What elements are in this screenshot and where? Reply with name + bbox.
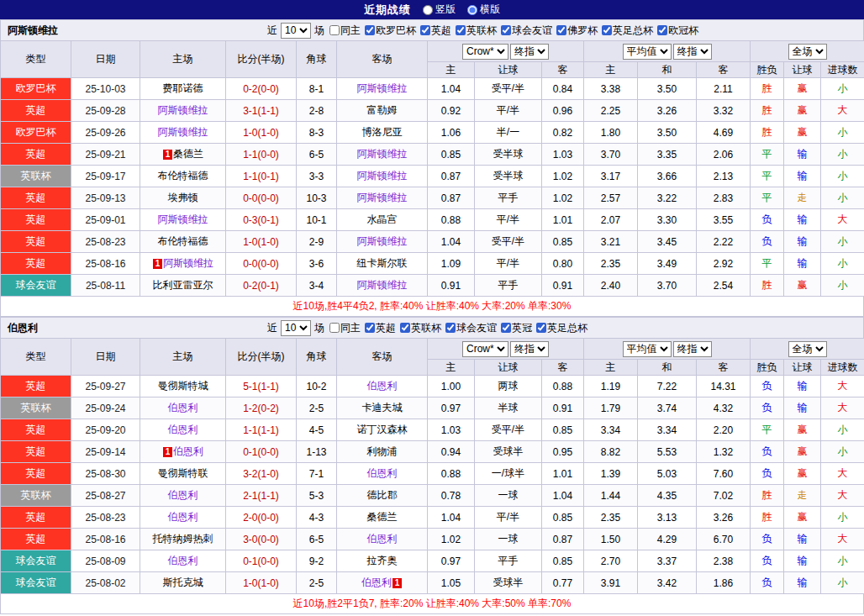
team-link[interactable]: 伯恩利 [367,380,398,392]
team-link[interactable]: 布伦特福德 [158,170,208,182]
average-select[interactable]: 平均值 [623,44,672,60]
team-link[interactable]: 曼彻斯特城 [158,380,208,392]
competition-filter-option[interactable]: 英足总杯 [536,321,587,335]
team-name[interactable]: 伯恩利 [8,321,38,335]
competition-label: 欧冠杯 [668,24,698,38]
competition-filter-option[interactable]: 英足总杯 [602,24,653,38]
team-link[interactable]: 桑德兰 [367,511,398,523]
team-link[interactable]: 阿斯顿维拉 [357,192,408,203]
vertical-layout-radio[interactable] [423,5,433,15]
team-link[interactable]: 布伦特福德 [158,235,208,247]
same-home-checkbox[interactable] [329,323,340,333]
team-link[interactable]: 伯恩利 [361,577,392,588]
bookmaker-select[interactable]: Crow* [462,341,508,357]
team-link[interactable]: 斯托克城 [163,577,203,588]
competition-checkbox[interactable] [445,323,456,333]
team-link[interactable]: 拉齐奥 [367,555,398,566]
competition-checkbox[interactable] [501,25,511,35]
same-home-option[interactable]: 同主 [329,24,361,38]
team-link[interactable]: 伯恩利 [367,467,398,479]
team-link[interactable]: 阿斯顿维拉 [357,235,408,247]
competition-filter-option[interactable]: 欧冠杯 [657,24,698,38]
team-link[interactable]: 阿斯顿维拉 [357,148,408,160]
team-link[interactable]: 纽卡斯尔联 [357,257,408,269]
average-odds-cell: 2.06 [697,144,751,166]
page-title: 近期战绩 [364,3,411,18]
team-link[interactable]: 埃弗顿 [168,192,198,203]
average-stage-select[interactable]: 终指 [673,341,712,357]
team-link[interactable]: 阿斯顿维拉 [158,104,208,116]
horizontal-layout-radio[interactable] [467,5,477,15]
average-select[interactable]: 平均值 [623,341,672,357]
team-link[interactable]: 博洛尼亚 [362,126,403,138]
competition-checkbox[interactable] [456,25,466,35]
team-link[interactable]: 阿斯顿维拉 [357,279,408,291]
competition-checkbox[interactable] [365,323,375,333]
team-link[interactable]: 费耶诺德 [163,82,203,94]
team-link[interactable]: 诺丁汉森林 [357,424,408,435]
competition-filter-option[interactable]: 球会友谊 [445,321,497,335]
team-link[interactable]: 桑德兰 [173,148,203,160]
team-link[interactable]: 比利亚雷亚尔 [153,279,213,291]
average-odds-cell: 1.80 [584,122,638,144]
competition-filter-option[interactable]: 英联杯 [456,24,497,38]
team-link[interactable]: 伯恩利 [173,445,203,457]
match-scope-select[interactable]: 全场 [788,341,827,357]
team-link[interactable]: 阿斯顿维拉 [158,126,208,138]
match-scope-select[interactable]: 全场 [788,44,827,60]
competition-checkbox[interactable] [536,323,546,333]
crown-stage-select[interactable]: 终指 [510,341,549,357]
competition-checkbox[interactable] [657,25,667,35]
team-link[interactable]: 富勒姆 [367,104,398,116]
crown-odds-cell: 0.78 [428,485,475,507]
team-link[interactable]: 阿斯顿维拉 [163,257,213,269]
team-link[interactable]: 伯恩利 [168,424,198,435]
average-stage-select[interactable]: 终指 [673,44,712,60]
team-link[interactable]: 利物浦 [367,445,398,457]
competition-type-label: 英超 [26,533,46,545]
team-name[interactable]: 阿斯顿维拉 [8,24,58,38]
competition-checkbox[interactable] [556,25,566,35]
competition-checkbox[interactable] [501,323,511,333]
team-link[interactable]: 阿斯顿维拉 [158,213,208,225]
competition-checkbox[interactable] [365,25,375,35]
same-home-checkbox[interactable] [329,25,340,35]
competition-filter-option[interactable]: 英超 [365,321,396,335]
recent-count-select[interactable]: 10 [281,23,311,39]
team-link[interactable]: 伯恩利 [168,402,198,413]
competition-type-label: 英联杯 [21,489,51,501]
bookmaker-select[interactable]: Crow* [462,44,508,60]
team-link[interactable]: 托特纳姆热刺 [153,533,213,545]
result-wdl-cell: 负 [751,376,784,398]
crown-odds-cell: 1.06 [428,122,475,144]
layout-option-vertical[interactable]: 竖版 [423,3,456,17]
competition-checkbox[interactable] [400,323,410,333]
team-link[interactable]: 伯恩利 [168,555,198,566]
team-link[interactable]: 阿斯顿维拉 [357,170,408,182]
team-link[interactable]: 卡迪夫城 [362,402,403,413]
competition-checkbox[interactable] [420,25,430,35]
team-link[interactable]: 伯恩利 [367,533,398,545]
competition-filter-option[interactable]: 英超 [420,24,451,38]
competition-label: 球会友谊 [512,24,552,38]
team-link[interactable]: 伯恩利 [168,511,198,523]
team-link[interactable]: 水晶宫 [367,213,398,225]
competition-filter-option[interactable]: 英联杯 [400,321,441,335]
layout-option-horizontal[interactable]: 横版 [467,3,500,17]
crown-stage-select[interactable]: 终指 [510,44,549,60]
competition-filter-option[interactable]: 欧罗巴杯 [365,24,416,38]
same-home-option[interactable]: 同主 [329,321,361,335]
result-handicap-cell: 输 [784,253,821,275]
competition-filter-option[interactable]: 英冠 [501,321,532,335]
recent-count-select[interactable]: 10 [281,320,311,336]
competition-checkbox[interactable] [602,25,612,35]
team-link[interactable]: 阿斯顿维拉 [357,82,408,94]
competition-filter-option[interactable]: 球会友谊 [501,24,552,38]
competition-filter-option[interactable]: 佛罗杯 [556,24,598,38]
team-link[interactable]: 曼彻斯特联 [158,467,208,479]
team-link[interactable]: 伯恩利 [168,489,198,501]
crown-odds-cell: 1.03 [542,144,584,166]
average-odds-cell: 3.30 [638,209,697,231]
match-row: 英超25-08-16托特纳姆热刺3-0(0-0)6-5伯恩利1.02一球0.87… [1,529,864,550]
team-link[interactable]: 德比郡 [367,489,398,501]
